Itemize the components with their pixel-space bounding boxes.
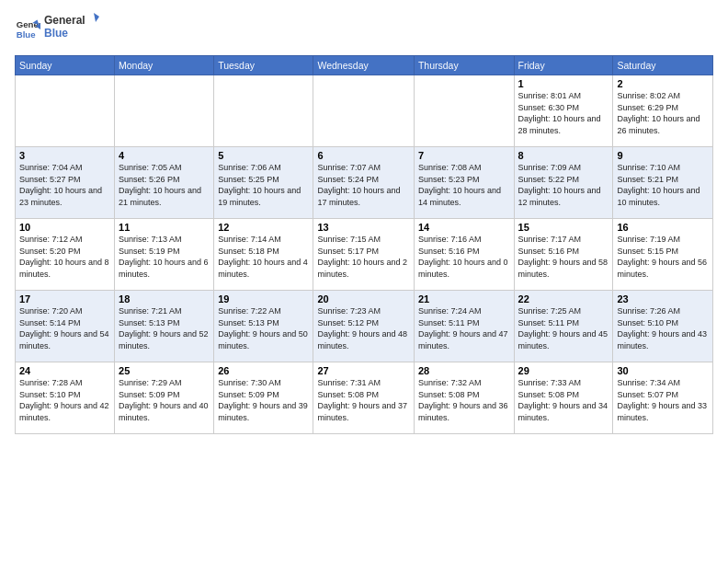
day-info: Sunrise: 7:14 AM Sunset: 5:18 PM Dayligh…	[218, 234, 309, 280]
day-number: 11	[119, 222, 210, 233]
day-number: 10	[19, 222, 110, 233]
calendar-cell: 13Sunrise: 7:15 AM Sunset: 5:17 PM Dayli…	[313, 219, 414, 291]
weekday-header-row: SundayMondayTuesdayWednesdayThursdayFrid…	[16, 56, 713, 75]
day-info: Sunrise: 7:04 AM Sunset: 5:27 PM Dayligh…	[19, 162, 110, 208]
day-number: 19	[218, 293, 309, 304]
day-number: 4	[119, 150, 210, 161]
general-blue-logo-svg: General Blue	[44, 11, 99, 44]
day-number: 8	[518, 150, 609, 161]
day-info: Sunrise: 7:09 AM Sunset: 5:22 PM Dayligh…	[518, 162, 609, 208]
day-number: 12	[218, 222, 309, 233]
day-info: Sunrise: 7:22 AM Sunset: 5:13 PM Dayligh…	[218, 305, 309, 351]
day-number: 22	[518, 293, 609, 304]
logo: General Blue General Blue	[15, 11, 99, 48]
day-info: Sunrise: 7:32 AM Sunset: 5:08 PM Dayligh…	[418, 377, 510, 423]
calendar-cell: 27Sunrise: 7:31 AM Sunset: 5:08 PM Dayli…	[313, 362, 414, 434]
day-number: 9	[617, 150, 709, 161]
day-info: Sunrise: 7:16 AM Sunset: 5:16 PM Dayligh…	[418, 234, 510, 280]
weekday-header: Wednesday	[313, 56, 414, 75]
day-number: 1	[518, 78, 609, 89]
day-number: 13	[317, 222, 409, 233]
calendar-cell: 17Sunrise: 7:20 AM Sunset: 5:14 PM Dayli…	[16, 291, 115, 362]
day-info: Sunrise: 7:28 AM Sunset: 5:10 PM Dayligh…	[19, 377, 110, 423]
calendar-cell: 22Sunrise: 7:25 AM Sunset: 5:11 PM Dayli…	[514, 291, 613, 362]
day-info: Sunrise: 8:02 AM Sunset: 6:29 PM Dayligh…	[617, 90, 709, 136]
calendar-cell: 24Sunrise: 7:28 AM Sunset: 5:10 PM Dayli…	[16, 362, 115, 434]
calendar-cell: 5Sunrise: 7:06 AM Sunset: 5:25 PM Daylig…	[214, 147, 313, 219]
calendar-cell: 20Sunrise: 7:23 AM Sunset: 5:12 PM Dayli…	[313, 291, 414, 362]
svg-text:Blue: Blue	[17, 29, 36, 40]
day-info: Sunrise: 7:23 AM Sunset: 5:12 PM Dayligh…	[317, 305, 409, 351]
calendar-page: General Blue General Blue SundayMondayTu…	[0, 0, 728, 563]
calendar-week-row: 24Sunrise: 7:28 AM Sunset: 5:10 PM Dayli…	[16, 362, 713, 434]
day-number: 21	[418, 293, 510, 304]
calendar-week-row: 17Sunrise: 7:20 AM Sunset: 5:14 PM Dayli…	[16, 291, 713, 362]
calendar-week-row: 1Sunrise: 8:01 AM Sunset: 6:30 PM Daylig…	[16, 75, 713, 147]
calendar-cell	[313, 75, 414, 147]
day-number: 27	[317, 365, 409, 376]
day-number: 25	[119, 365, 210, 376]
day-number: 23	[617, 293, 709, 304]
calendar-cell: 6Sunrise: 7:07 AM Sunset: 5:24 PM Daylig…	[313, 147, 414, 219]
calendar-cell: 4Sunrise: 7:05 AM Sunset: 5:26 PM Daylig…	[115, 147, 214, 219]
day-info: Sunrise: 7:29 AM Sunset: 5:09 PM Dayligh…	[119, 377, 210, 423]
day-number: 24	[19, 365, 110, 376]
day-info: Sunrise: 7:25 AM Sunset: 5:11 PM Dayligh…	[518, 305, 609, 351]
day-number: 29	[518, 365, 609, 376]
calendar-cell	[414, 75, 514, 147]
calendar-cell: 8Sunrise: 7:09 AM Sunset: 5:22 PM Daylig…	[514, 147, 613, 219]
day-info: Sunrise: 7:15 AM Sunset: 5:17 PM Dayligh…	[317, 234, 409, 280]
day-number: 28	[418, 365, 510, 376]
day-info: Sunrise: 7:07 AM Sunset: 5:24 PM Dayligh…	[317, 162, 409, 208]
day-info: Sunrise: 7:13 AM Sunset: 5:19 PM Dayligh…	[119, 234, 210, 280]
day-number: 2	[617, 78, 709, 89]
calendar-cell: 1Sunrise: 8:01 AM Sunset: 6:30 PM Daylig…	[514, 75, 613, 147]
calendar-cell: 29Sunrise: 7:33 AM Sunset: 5:08 PM Dayli…	[514, 362, 613, 434]
weekday-header: Monday	[115, 56, 214, 75]
calendar-cell: 30Sunrise: 7:34 AM Sunset: 5:07 PM Dayli…	[613, 362, 713, 434]
day-info: Sunrise: 7:05 AM Sunset: 5:26 PM Dayligh…	[119, 162, 210, 208]
calendar-cell: 14Sunrise: 7:16 AM Sunset: 5:16 PM Dayli…	[414, 219, 514, 291]
day-info: Sunrise: 7:21 AM Sunset: 5:13 PM Dayligh…	[119, 305, 210, 351]
calendar-cell: 28Sunrise: 7:32 AM Sunset: 5:08 PM Dayli…	[414, 362, 514, 434]
calendar-cell	[115, 75, 214, 147]
day-info: Sunrise: 7:26 AM Sunset: 5:10 PM Dayligh…	[617, 305, 709, 351]
day-number: 30	[617, 365, 709, 376]
day-info: Sunrise: 7:33 AM Sunset: 5:08 PM Dayligh…	[518, 377, 609, 423]
calendar-cell: 25Sunrise: 7:29 AM Sunset: 5:09 PM Dayli…	[115, 362, 214, 434]
svg-text:Blue: Blue	[44, 27, 68, 40]
calendar-cell: 9Sunrise: 7:10 AM Sunset: 5:21 PM Daylig…	[613, 147, 713, 219]
calendar-week-row: 10Sunrise: 7:12 AM Sunset: 5:20 PM Dayli…	[16, 219, 713, 291]
day-number: 14	[418, 222, 510, 233]
day-info: Sunrise: 7:08 AM Sunset: 5:23 PM Dayligh…	[418, 162, 510, 208]
day-number: 5	[218, 150, 309, 161]
day-number: 16	[617, 222, 709, 233]
calendar-cell: 10Sunrise: 7:12 AM Sunset: 5:20 PM Dayli…	[16, 219, 115, 291]
calendar-cell	[214, 75, 313, 147]
weekday-header: Thursday	[414, 56, 514, 75]
day-number: 6	[317, 150, 409, 161]
day-info: Sunrise: 7:34 AM Sunset: 5:07 PM Dayligh…	[617, 377, 709, 423]
calendar-cell: 2Sunrise: 8:02 AM Sunset: 6:29 PM Daylig…	[613, 75, 713, 147]
day-number: 17	[19, 293, 110, 304]
day-number: 26	[218, 365, 309, 376]
day-number: 7	[418, 150, 510, 161]
day-info: Sunrise: 7:30 AM Sunset: 5:09 PM Dayligh…	[218, 377, 309, 423]
day-info: Sunrise: 7:20 AM Sunset: 5:14 PM Dayligh…	[19, 305, 110, 351]
calendar-cell	[16, 75, 115, 147]
day-info: Sunrise: 7:12 AM Sunset: 5:20 PM Dayligh…	[19, 234, 110, 280]
calendar-cell: 23Sunrise: 7:26 AM Sunset: 5:10 PM Dayli…	[613, 291, 713, 362]
svg-text:General: General	[44, 14, 85, 27]
calendar-cell: 7Sunrise: 7:08 AM Sunset: 5:23 PM Daylig…	[414, 147, 514, 219]
header: General Blue General Blue	[15, 11, 713, 48]
day-info: Sunrise: 7:19 AM Sunset: 5:15 PM Dayligh…	[617, 234, 709, 280]
day-info: Sunrise: 7:31 AM Sunset: 5:08 PM Dayligh…	[317, 377, 409, 423]
weekday-header: Tuesday	[214, 56, 313, 75]
calendar-cell: 3Sunrise: 7:04 AM Sunset: 5:27 PM Daylig…	[16, 147, 115, 219]
calendar-week-row: 3Sunrise: 7:04 AM Sunset: 5:27 PM Daylig…	[16, 147, 713, 219]
day-number: 15	[518, 222, 609, 233]
day-number: 18	[119, 293, 210, 304]
weekday-header: Sunday	[16, 56, 115, 75]
calendar-cell: 16Sunrise: 7:19 AM Sunset: 5:15 PM Dayli…	[613, 219, 713, 291]
day-number: 3	[19, 150, 110, 161]
